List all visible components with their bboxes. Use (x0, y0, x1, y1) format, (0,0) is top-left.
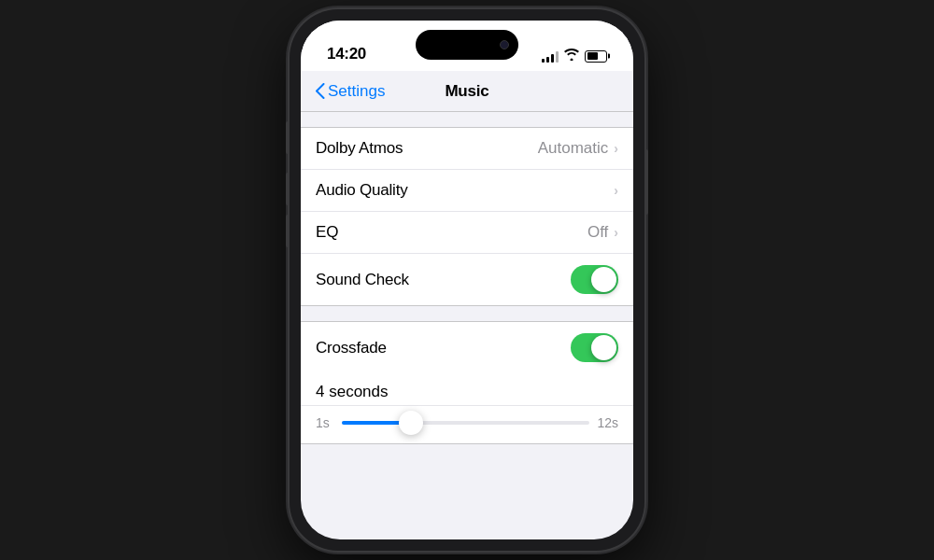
sound-check-row: Sound Check (301, 254, 633, 305)
phone-screen: 14:20 (301, 21, 633, 539)
camera-dot (500, 40, 509, 49)
signal-bar-2 (546, 57, 549, 63)
eq-value: Off (587, 223, 608, 242)
sound-check-label: Sound Check (316, 271, 409, 289)
audio-settings-group: Dolby Atmos Automatic › Audio Quality › … (301, 127, 633, 306)
eq-chevron-icon: › (614, 225, 618, 240)
eq-label: EQ (316, 223, 338, 242)
eq-row[interactable]: EQ Off › (301, 212, 633, 254)
back-button[interactable]: Settings (316, 82, 385, 101)
status-bar: 14:20 (301, 21, 633, 71)
crossfade-value-label: 4 seconds (316, 383, 389, 400)
crossfade-section: Crossfade 4 seconds 1s 12s (301, 321, 633, 444)
sound-check-toggle-thumb (591, 267, 616, 292)
crossfade-slider-row: 1s 12s (301, 406, 633, 443)
crossfade-slider-track (342, 421, 589, 425)
dolby-atmos-chevron-icon: › (614, 141, 618, 156)
dolby-atmos-value: Automatic (538, 139, 609, 158)
signal-bar-1 (542, 59, 545, 63)
audio-quality-row[interactable]: Audio Quality › (301, 170, 633, 212)
battery-fill (587, 52, 598, 60)
slider-max-label: 12s (597, 415, 618, 430)
audio-quality-chevron-icon: › (614, 183, 618, 198)
dolby-atmos-label: Dolby Atmos (316, 139, 403, 158)
battery-icon (585, 50, 607, 63)
phone-frame: 14:20 (290, 9, 644, 551)
wifi-icon (564, 49, 579, 63)
nav-bar: Settings Music (301, 71, 633, 112)
audio-quality-label: Audio Quality (316, 181, 408, 200)
crossfade-value-row: 4 seconds (301, 373, 633, 406)
slider-min-label: 1s (316, 415, 334, 430)
status-time: 14:20 (327, 45, 366, 63)
crossfade-label: Crossfade (316, 339, 387, 357)
crossfade-toggle[interactable] (571, 333, 618, 362)
status-icons (542, 49, 607, 63)
crossfade-row: Crossfade (301, 322, 633, 373)
eq-value-container: Off › (587, 223, 618, 242)
signal-bar-3 (551, 54, 554, 63)
crossfade-toggle-thumb (591, 335, 616, 360)
settings-content: Dolby Atmos Automatic › Audio Quality › … (301, 127, 633, 444)
dolby-atmos-row[interactable]: Dolby Atmos Automatic › (301, 128, 633, 170)
signal-bar-4 (556, 51, 559, 63)
back-label: Settings (328, 82, 385, 101)
audio-quality-value-container: › (614, 183, 618, 198)
dynamic-island (416, 30, 518, 60)
page-title: Music (445, 82, 488, 101)
dolby-atmos-value-container: Automatic › (538, 139, 618, 158)
sound-check-toggle[interactable] (571, 265, 618, 294)
signal-bars-icon (542, 49, 559, 63)
crossfade-slider-thumb[interactable] (399, 411, 423, 435)
